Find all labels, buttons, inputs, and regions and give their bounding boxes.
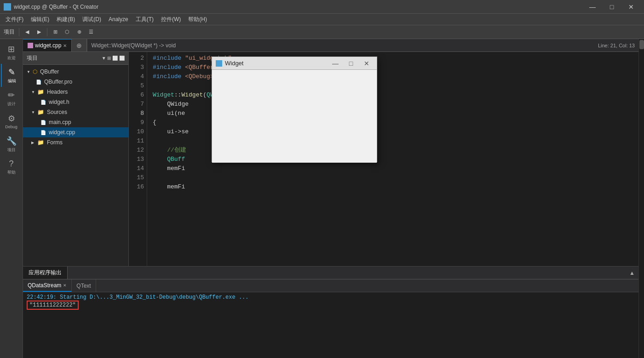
code-content[interactable]: 2 3 4 5 6 7 8 9 10 11 12 13 14: [129, 52, 638, 266]
output-line-1: 22:42:19: Starting D:\...3_MinGW_32_bit-…: [27, 294, 635, 301]
tree-item-qbuffer[interactable]: ▼ ⬡ QBuffer: [23, 67, 128, 77]
arrow-sources: ▼: [31, 110, 36, 114]
sidebar-icon-debug[interactable]: ⚙ Debug: [1, 110, 22, 133]
tab-label-widget-cpp: widget.cpp: [35, 42, 61, 49]
menu-item-7[interactable]: 帮助(H): [184, 15, 211, 24]
toolbar-btn-3[interactable]: ⊕: [74, 27, 85, 38]
scrollbar-thumb[interactable]: [639, 40, 644, 49]
output-tab-qdatastream[interactable]: QDataStream ✕: [23, 279, 72, 292]
toolbar-separator: [19, 28, 19, 36]
tab-close-btn[interactable]: ✕: [63, 43, 67, 48]
design-icon: ✏: [8, 90, 15, 100]
toolbar-btn-2[interactable]: ⬡: [62, 27, 73, 38]
h-file-icon: 📄: [40, 100, 46, 105]
menu-item-6[interactable]: 控件(W): [157, 15, 184, 24]
widget-minimize-btn[interactable]: —: [329, 58, 342, 68]
tree-item-widget-h[interactable]: 📄 widget.h: [23, 97, 128, 107]
file-tree-content[interactable]: ▼ ⬡ QBuffer 📄 QBuffer.pro ▼ 📁: [23, 65, 128, 266]
project-icon: 🔧: [6, 136, 17, 146]
widget-close-btn[interactable]: ✕: [360, 58, 373, 68]
toolbar-fwd-btn[interactable]: ▶: [34, 27, 45, 38]
sidebar-label-edit: 编辑: [8, 78, 16, 84]
line-num-8: 8: [129, 109, 144, 118]
line-numbers: 2 3 4 5 6 7 8 9 10 11 12 13 14: [129, 52, 147, 266]
arrow-forms: ▶: [31, 141, 36, 145]
arrow-qbuffer: ▼: [27, 70, 31, 74]
line-col-info: Line: 21, Col: 13: [598, 43, 635, 48]
close-button[interactable]: ✕: [622, 0, 640, 13]
menu-item-1[interactable]: 编辑(E): [27, 15, 53, 24]
bottom-tab-output[interactable]: 应用程序输出: [23, 267, 68, 279]
menu-item-5[interactable]: 工具(T): [132, 15, 157, 24]
menu-item-0[interactable]: 文件(F): [2, 15, 27, 24]
cpp-file-icon: [28, 43, 33, 48]
maximize-button[interactable]: □: [603, 0, 621, 13]
pro-file-icon: 📄: [36, 80, 41, 85]
headers-icon: 📁: [37, 89, 44, 95]
line-num-6: 6: [129, 91, 144, 100]
bottom-tab-output-label: 应用程序输出: [29, 269, 62, 277]
widget-titlebar: Widget — □ ✕: [212, 57, 377, 70]
debug-icon: ⚙: [8, 114, 15, 124]
arrow-headers: ▼: [31, 90, 36, 94]
sidebar-label-design: 设计: [7, 101, 16, 107]
tree-item-widget-cpp[interactable]: 📄 widget.cpp: [23, 127, 128, 137]
minimize-button[interactable]: —: [583, 0, 602, 13]
welcome-icon: ⊞: [8, 44, 15, 54]
tree-label-widget-cpp: widget.cpp: [49, 129, 75, 136]
toolbar: 项目 ◀ ▶ ⊞ ⬡ ⊕ ☰: [0, 25, 644, 39]
collapse-icon: ▲: [629, 270, 635, 276]
widget-window-title: Widget: [225, 60, 326, 67]
tree-label-widget-h: widget.h: [49, 99, 69, 105]
tree-label-sources: Sources: [47, 109, 67, 115]
widget-cpp-icon: 📄: [40, 130, 46, 135]
app-icon: [4, 3, 11, 11]
tab-placeholder[interactable]: ⊕: [72, 39, 87, 51]
output-line-2: "111111222222": [27, 301, 635, 310]
line-num-14: 14: [129, 164, 144, 173]
tree-label-main-cpp: main.cpp: [49, 119, 71, 125]
sidebar-label-welcome: 欢迎: [7, 55, 16, 61]
editor-area: 2 3 4 5 6 7 8 9 10 11 12 13 14: [129, 52, 638, 266]
editor-breadcrumb: Widget::Widget(QWidget *) -> void: [91, 42, 176, 49]
output-text[interactable]: 22:42:19: Starting D:\...3_MinGW_32_bit-…: [23, 292, 638, 358]
scrollbar-right[interactable]: [638, 39, 644, 358]
forms-icon: 📁: [37, 139, 44, 146]
sidebar-icon-project[interactable]: 🔧 项目: [1, 133, 22, 156]
tree-item-headers[interactable]: ▼ 📁 Headers: [23, 87, 128, 97]
menu-item-4[interactable]: Analyze: [105, 15, 132, 23]
file-tree-icons: ▼ ⊞ ⬜ ⬜: [102, 56, 125, 61]
tree-item-main-cpp[interactable]: 📄 main.cpp: [23, 117, 128, 127]
widget-body: [212, 70, 377, 163]
widget-maximize-btn[interactable]: □: [345, 58, 357, 68]
menu-item-2[interactable]: 构建(B): [53, 15, 79, 24]
main-cpp-icon: 📄: [40, 120, 46, 125]
collapse-btn[interactable]: ▲: [626, 267, 638, 279]
sidebar-icon-help[interactable]: ? 帮助: [1, 156, 22, 179]
tree-item-qbuffer-pro[interactable]: 📄 QBuffer.pro: [23, 77, 128, 87]
bottom-content: QDataStream ✕ QText 22:42:19: Starting D…: [23, 279, 638, 358]
tree-item-forms[interactable]: ▶ 📁 Forms: [23, 137, 128, 148]
window-controls: — □ ✕: [583, 0, 640, 13]
output-sub-tabs: QDataStream ✕ QText: [23, 279, 638, 292]
line-num-15: 15: [129, 173, 144, 182]
menu-item-3[interactable]: 调试(D): [79, 15, 105, 24]
tab-widget-cpp[interactable]: widget.cpp ✕: [23, 39, 72, 51]
toolbar-back-btn[interactable]: ◀: [22, 27, 33, 38]
sidebar-label-debug: Debug: [5, 125, 17, 129]
toolbar-btn-4[interactable]: ☰: [86, 27, 97, 38]
sidebar-icon-design[interactable]: ✏ 设计: [1, 87, 22, 110]
output-tab-qtext[interactable]: QText: [72, 279, 96, 292]
line-num-13: 13: [129, 155, 144, 164]
tree-item-sources[interactable]: ▼ 📁 Sources: [23, 107, 128, 117]
toolbar-btn-1[interactable]: ⊞: [50, 27, 61, 38]
line-num-10: 10: [129, 127, 144, 136]
sidebar-icon-edit[interactable]: ✎ 编辑: [1, 64, 22, 87]
line-num-4: 4: [129, 72, 144, 81]
output-tab-qdatastream-close[interactable]: ✕: [63, 283, 67, 288]
sidebar-icon-welcome[interactable]: ⊞ 欢迎: [1, 41, 22, 64]
help-icon: ?: [9, 159, 13, 169]
sidebar-label-help: 帮助: [7, 170, 16, 176]
code-line-16: memFi: [153, 182, 638, 192]
code-line-15: [153, 173, 638, 182]
